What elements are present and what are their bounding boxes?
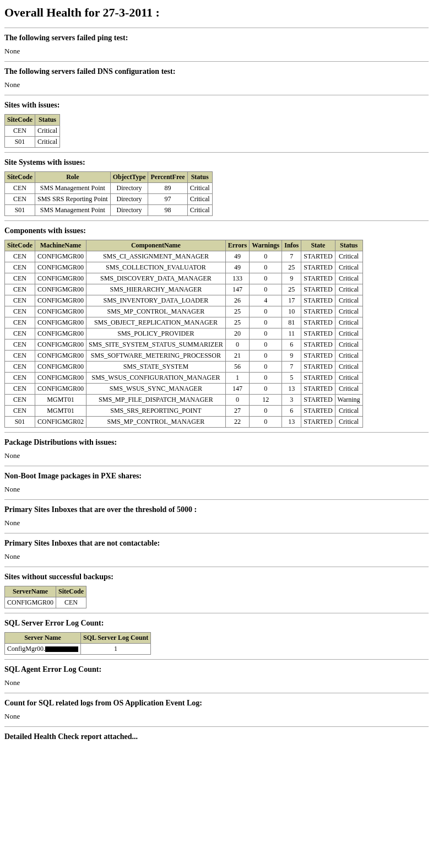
table-cell: SMS_MP_CONTROL_MANAGER bbox=[86, 417, 226, 428]
divider bbox=[4, 659, 429, 660]
section-heading-non-boot: Non-Boot Image packages in PXE shares: bbox=[4, 472, 429, 481]
table-cell: 25 bbox=[282, 262, 301, 273]
table-cell: Critical bbox=[335, 417, 362, 428]
divider bbox=[4, 726, 429, 727]
table-cell: CEN bbox=[5, 339, 35, 351]
table-cell: S01 bbox=[5, 417, 35, 428]
table-cell: 49 bbox=[225, 262, 249, 273]
table-cell: Critical bbox=[335, 295, 362, 306]
divider bbox=[4, 693, 429, 693]
table-cell: SMS_INVENTORY_DATA_LOADER bbox=[86, 295, 226, 306]
divider bbox=[4, 466, 429, 466]
table-cell: STARTED bbox=[301, 251, 335, 262]
table-cell: SMS_WSUS_SYNC_MANAGER bbox=[86, 384, 226, 395]
table-cell: SMS_SRS_REPORTING_POINT bbox=[86, 406, 226, 417]
page-title: Overall Health for 27-3-2011 : bbox=[4, 6, 429, 20]
table-cell: 13 bbox=[282, 417, 301, 428]
divider bbox=[4, 499, 429, 500]
table-cell: 81 bbox=[282, 317, 301, 328]
table-cell: CEN bbox=[5, 406, 35, 417]
table-cell: STARTED bbox=[301, 351, 335, 362]
table-cell: CEN bbox=[5, 284, 35, 295]
table-cell: CEN bbox=[5, 183, 35, 194]
table-cell: 97 bbox=[148, 194, 187, 205]
table-cell: CONFIGMGR00 bbox=[35, 351, 86, 362]
table-row: CENCONFIGMGR00SMS_HIERARCHY_MANAGER14702… bbox=[5, 284, 363, 295]
table-cell: STARTED bbox=[301, 395, 335, 406]
table-cell: 1 bbox=[225, 373, 249, 384]
divider bbox=[4, 95, 429, 95]
divider bbox=[4, 533, 429, 533]
table-cell: Critical bbox=[335, 373, 362, 384]
section-heading-ping: The following servers failed ping test: bbox=[4, 34, 429, 42]
non-boot-none: None bbox=[4, 485, 429, 494]
table-cell: Critical bbox=[35, 137, 60, 148]
table-cell: 9 bbox=[282, 273, 301, 284]
table-cell: 22 bbox=[225, 417, 249, 428]
table-cell: ConfigMgr00. bbox=[5, 644, 81, 655]
table-cell: SMS_COLLECTION_EVALUATOR bbox=[86, 262, 226, 273]
table-cell: STARTED bbox=[301, 295, 335, 306]
section-heading-inbox-over: Primary Sites Inboxes that are over the … bbox=[4, 505, 429, 514]
divider bbox=[4, 61, 429, 62]
table-cell: SMS_CI_ASSIGNMENT_MANAGER bbox=[86, 251, 226, 262]
table-cell: CONFIGMGR00 bbox=[35, 373, 86, 384]
table-cell: 20 bbox=[225, 328, 249, 339]
table-cell: SMS_WSUS_CONFIGURATION_MANAGER bbox=[86, 373, 226, 384]
table-cell: 9 bbox=[282, 351, 301, 362]
column-header: Status bbox=[187, 172, 212, 183]
column-header: ServerName bbox=[5, 586, 56, 597]
table-cell: STARTED bbox=[301, 273, 335, 284]
column-header: ObjectType bbox=[110, 172, 148, 183]
section-heading-sql-os: Count for SQL related logs from OS Appli… bbox=[4, 699, 429, 708]
table-cell: SMS_STATE_SYSTEM bbox=[86, 362, 226, 373]
site-systems-table: SiteCodeRoleObjectTypePercentFreeStatusC… bbox=[4, 171, 213, 216]
table-cell: 0 bbox=[250, 339, 282, 351]
divider bbox=[4, 567, 429, 567]
section-heading-pkg-dist: Package Distributions with issues: bbox=[4, 438, 429, 447]
table-cell: 0 bbox=[250, 273, 282, 284]
table-cell: Critical bbox=[187, 183, 212, 194]
section-heading-detailed: Detailed Health Check report attached... bbox=[4, 732, 429, 741]
table-cell: 17 bbox=[282, 295, 301, 306]
table-cell: 6 bbox=[282, 339, 301, 351]
column-header: SiteCode bbox=[5, 240, 35, 251]
section-heading-sql-err: SQL Server Error Log Count: bbox=[4, 619, 429, 628]
table-cell: 21 bbox=[225, 351, 249, 362]
sql-err-table: Server NameSQL Server Log CountConfigMgr… bbox=[4, 632, 151, 655]
table-cell: 0 bbox=[250, 306, 282, 317]
divider bbox=[4, 432, 429, 433]
table-cell: Critical bbox=[187, 205, 212, 216]
table-cell: MGMT01 bbox=[35, 395, 86, 406]
table-cell: STARTED bbox=[301, 262, 335, 273]
section-heading-inbox-nc: Primary Sites Inboxes that are not conta… bbox=[4, 539, 429, 548]
table-cell: Critical bbox=[335, 362, 362, 373]
table-cell: Directory bbox=[110, 183, 148, 194]
table-cell: CONFIGMGR00 bbox=[35, 384, 86, 395]
table-row: CENCONFIGMGR00SMS_CI_ASSIGNMENT_MANAGER4… bbox=[5, 251, 363, 262]
table-cell: STARTED bbox=[301, 306, 335, 317]
table-cell: CEN bbox=[5, 395, 35, 406]
table-cell: CEN bbox=[5, 273, 35, 284]
table-cell: Critical bbox=[335, 328, 362, 339]
column-header: Infos bbox=[282, 240, 301, 251]
table-cell: CEN bbox=[5, 373, 35, 384]
table-cell: STARTED bbox=[301, 406, 335, 417]
table-cell: 7 bbox=[282, 362, 301, 373]
table-cell: 1 bbox=[81, 644, 151, 655]
table-cell: S01 bbox=[5, 205, 35, 216]
ping-none: None bbox=[4, 47, 429, 56]
divider bbox=[4, 28, 429, 28]
column-header: Status bbox=[35, 115, 60, 126]
table-cell: SMS SRS Reporting Point bbox=[35, 194, 111, 205]
column-header: Warnings bbox=[250, 240, 282, 251]
table-cell: Critical bbox=[335, 284, 362, 295]
table-cell: CONFIGMGR00 bbox=[35, 339, 86, 351]
table-cell: STARTED bbox=[301, 317, 335, 328]
table-cell: STARTED bbox=[301, 417, 335, 428]
table-cell: 0 bbox=[250, 328, 282, 339]
column-header: SiteCode bbox=[5, 172, 35, 183]
divider bbox=[4, 220, 429, 221]
table-cell: CEN bbox=[5, 251, 35, 262]
table-row: S01SMS Management PointDirectory98Critic… bbox=[5, 205, 213, 216]
